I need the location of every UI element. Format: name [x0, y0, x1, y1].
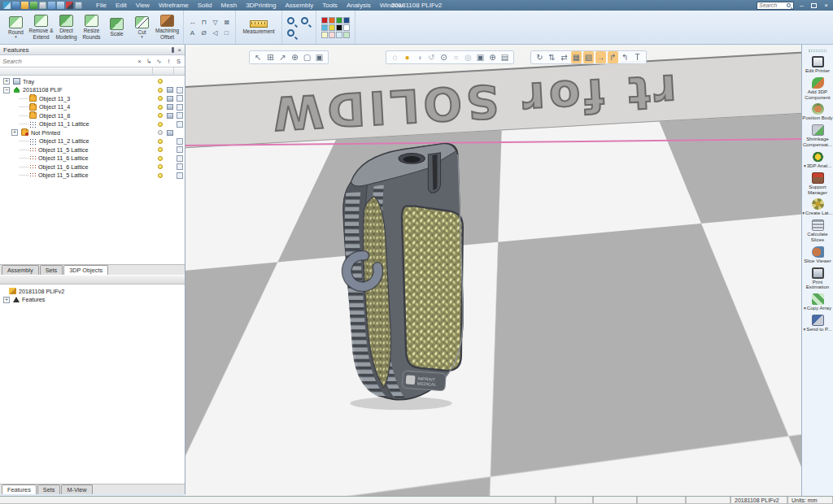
tree-item-object[interactable]: Object 11_4 — [0, 103, 185, 112]
pan-icon[interactable]: ⊙ — [438, 51, 449, 63]
remove-extend-button[interactable]: Remove & Extend — [28, 15, 54, 39]
menu-file[interactable]: File — [92, 2, 111, 9]
view-back-icon[interactable]: ↱ — [608, 51, 618, 63]
state-box-icon[interactable] — [177, 87, 183, 93]
objects-tree-features[interactable]: + Features — [0, 296, 185, 305]
frame-icon[interactable]: ⊠ — [221, 17, 232, 27]
select-through-icon[interactable]: ↗ — [277, 51, 288, 63]
undo-icon[interactable] — [48, 2, 55, 9]
menu-edit[interactable]: Edit — [111, 2, 131, 9]
menu-solid[interactable]: Solid — [194, 2, 216, 9]
color-swatch[interactable] — [343, 32, 350, 38]
menu-tools[interactable]: Tools — [318, 2, 342, 9]
scale-button[interactable]: Scale — [104, 18, 129, 37]
shade-mode-icon[interactable]: ◑ — [414, 51, 425, 63]
state-box-icon[interactable] — [177, 112, 183, 119]
zoom-icon[interactable]: ⊕ — [487, 51, 498, 63]
color-swatch[interactable] — [343, 24, 350, 31]
grid-icon[interactable]: ▤ — [499, 51, 510, 63]
search-input[interactable] — [759, 2, 787, 8]
3dp-analysis-button[interactable]: ▾3DP Anal... — [802, 151, 833, 169]
tree-item-object[interactable]: Object 11_3 — [0, 94, 185, 103]
calculate-slices-button[interactable]: Calculate Slices — [802, 219, 833, 243]
state-box-icon[interactable] — [177, 172, 183, 179]
edit-printer-button[interactable]: Edit Printer — [802, 56, 833, 74]
visibility-bulb-icon[interactable] — [158, 113, 163, 118]
filter-s-icon[interactable]: S — [175, 58, 182, 65]
visibility-bulb-icon[interactable] — [158, 164, 163, 169]
chevron-down-icon[interactable]: ▾ — [804, 327, 806, 332]
select-filter-icon[interactable]: ⊕ — [290, 51, 300, 63]
deselect-icon[interactable]: ↖ — [253, 51, 264, 63]
direct-modeling-button[interactable]: Direct Modeling — [54, 15, 79, 39]
objects-tree-root[interactable]: 20181108 PLIFv2 — [0, 287, 185, 296]
color-swatch[interactable] — [336, 24, 342, 31]
state-box-icon[interactable] — [177, 95, 183, 102]
tab-sets-2[interactable]: Sets — [37, 484, 61, 494]
menu-analysis[interactable]: Analysis — [342, 2, 375, 9]
state-box-icon[interactable] — [177, 146, 183, 153]
view-right-icon[interactable]: → — [595, 51, 606, 63]
copy-array-button[interactable]: ▾Copy Array — [802, 293, 833, 311]
copies-icon[interactable] — [167, 113, 173, 119]
visibility-bulb-icon[interactable] — [158, 156, 163, 161]
state-box-icon[interactable] — [177, 104, 183, 111]
visibility-bulb-icon[interactable] — [158, 105, 163, 110]
menu-assembly[interactable]: Assembly — [281, 2, 318, 9]
color-swatch[interactable] — [336, 17, 342, 24]
color-swatch[interactable] — [329, 24, 335, 31]
sidebar-grip[interactable] — [809, 50, 826, 52]
minimize-button[interactable]: – — [797, 2, 806, 9]
tab-features[interactable]: Features — [2, 484, 37, 494]
tab-m-view[interactable]: M-View — [61, 484, 92, 494]
select-box-icon[interactable]: ⊞ — [265, 51, 276, 63]
save-icon[interactable] — [12, 2, 20, 9]
add-3dp-component-button[interactable]: Add 3DP Component — [802, 77, 833, 101]
chevron-down-icon[interactable]: ▾ — [15, 36, 17, 38]
send-to-printer-button[interactable]: ▾Send to P... — [802, 315, 833, 332]
layers-icon[interactable]: ▣ — [475, 51, 486, 63]
target-icon[interactable]: ◎ — [463, 51, 473, 63]
text-icon[interactable]: A — [187, 28, 198, 37]
panel-close-icon[interactable]: × — [177, 46, 181, 54]
orbit-icon[interactable]: ○ — [451, 51, 461, 63]
dimension-icon[interactable]: ↔ — [187, 17, 198, 27]
close-button[interactable]: × — [822, 2, 831, 9]
expand-icon[interactable]: + — [11, 129, 18, 136]
view-top-icon[interactable]: T — [632, 51, 643, 63]
select-lasso-icon[interactable]: ▣ — [314, 51, 325, 63]
flip-vertical-icon[interactable]: ⇅ — [547, 51, 557, 63]
tree-item-lattice[interactable]: Object 11_6 Lattice — [0, 163, 185, 172]
visibility-bulb-icon[interactable] — [158, 96, 163, 101]
chevron-down-icon[interactable]: ▾ — [802, 211, 805, 215]
visibility-bulb-icon[interactable] — [158, 130, 163, 135]
menu-mesh[interactable]: Mesh — [217, 2, 242, 9]
tree-item-not-printed[interactable]: + Not Printed — [0, 128, 185, 137]
cut-button[interactable]: Cut ▾ — [129, 16, 155, 38]
tree-item-object[interactable]: Object 11_8 — [0, 111, 185, 120]
diameter-icon[interactable]: Ø — [198, 28, 209, 37]
expand-icon[interactable]: + — [3, 297, 10, 303]
flip-horizontal-icon[interactable]: ⇄ — [559, 51, 569, 63]
datum-icon[interactable]: ⊓ — [198, 17, 209, 27]
print-estimation-button[interactable]: Print Estimation — [802, 267, 833, 291]
support-manager-button[interactable]: Support Manager — [802, 172, 833, 196]
state-box-icon[interactable] — [177, 121, 183, 128]
resize-rounds-button[interactable]: Resize Rounds — [79, 15, 104, 39]
color-swatch[interactable] — [321, 32, 328, 38]
redo-icon[interactable] — [57, 2, 64, 9]
expand-icon[interactable]: + — [3, 78, 10, 85]
filter-alert-icon[interactable]: ! — [165, 58, 172, 65]
round-button[interactable]: Round ▾ — [3, 16, 28, 38]
angle-icon[interactable]: ◁ — [210, 28, 220, 37]
implant-model[interactable]: IMPRINT MEDICAL — [323, 137, 478, 413]
chevron-down-icon[interactable]: ▾ — [141, 36, 143, 38]
tree-item-lattice[interactable]: Object 11_2 Lattice — [0, 137, 185, 146]
copies-icon[interactable] — [167, 96, 173, 102]
features-search-input[interactable] — [2, 58, 133, 65]
copies-icon[interactable] — [167, 104, 173, 110]
menu-wireframe[interactable]: Wireframe — [155, 2, 193, 9]
zoom-window-icon[interactable] — [287, 17, 294, 24]
tolerance-icon[interactable]: ▽ — [210, 17, 220, 27]
filter-wave-icon[interactable]: ∿ — [155, 58, 163, 65]
